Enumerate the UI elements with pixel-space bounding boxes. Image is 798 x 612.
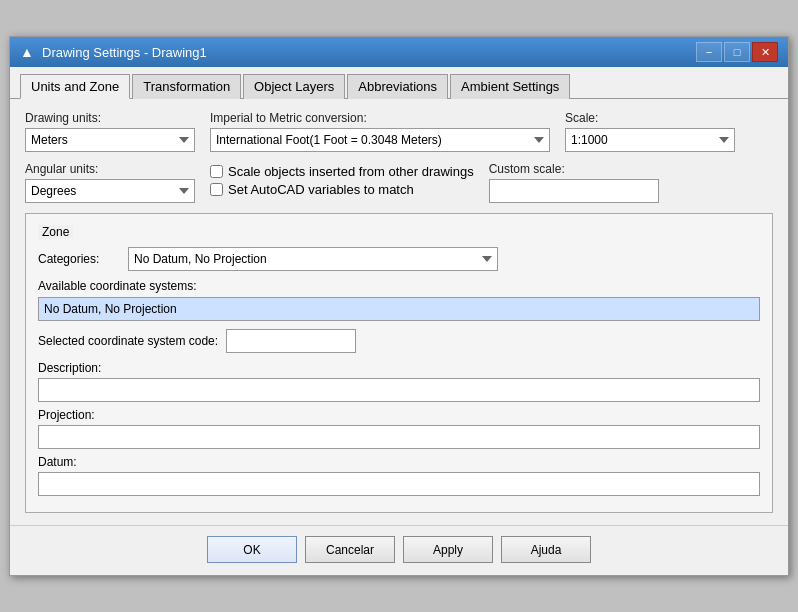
categories-select[interactable]: No Datum, No Projection <box>128 247 498 271</box>
scale-objects-label: Scale objects inserted from other drawin… <box>228 164 474 179</box>
zone-title: Zone <box>38 225 73 239</box>
categories-label: Categories: <box>38 252 118 266</box>
help-button[interactable]: Ajuda <box>501 536 591 563</box>
selected-code-input[interactable]: . <box>226 329 356 353</box>
tab-object-layers[interactable]: Object Layers <box>243 74 345 99</box>
app-icon: ▲ <box>20 44 36 60</box>
scale-label: Scale: <box>565 111 735 125</box>
description-section: Description: No Datum, No Projection <box>38 361 760 402</box>
ok-button[interactable]: OK <box>207 536 297 563</box>
imperial-conversion-select[interactable]: International Foot(1 Foot = 0.3048 Meter… <box>210 128 550 152</box>
set-autocad-label: Set AutoCAD variables to match <box>228 182 414 197</box>
checkbox-group: Scale objects inserted from other drawin… <box>210 164 474 197</box>
title-bar-left: ▲ Drawing Settings - Drawing1 <box>20 44 207 60</box>
custom-scale-input[interactable]: 1000 <box>489 179 659 203</box>
bottom-buttons: OK Cancelar Apply Ajuda <box>10 525 788 575</box>
set-autocad-checkbox[interactable] <box>210 183 223 196</box>
drawing-units-select[interactable]: Meters <box>25 128 195 152</box>
angular-units-label: Angular units: <box>25 162 195 176</box>
projection-input[interactable]: Unknown projection <box>38 425 760 449</box>
tab-bar: Units and Zone Transformation Object Lay… <box>10 67 788 99</box>
datum-label: Datum: <box>38 455 760 469</box>
tab-content: Drawing units: Meters Imperial to Metric… <box>10 99 788 525</box>
scale-objects-checkbox[interactable] <box>210 165 223 178</box>
main-window: ▲ Drawing Settings - Drawing1 − □ ✕ Unit… <box>9 36 789 576</box>
selected-code-label: Selected coordinate system code: <box>38 334 218 348</box>
selected-code-row: Selected coordinate system code: . <box>38 329 760 353</box>
description-label: Description: <box>38 361 760 375</box>
tab-ambient-settings[interactable]: Ambient Settings <box>450 74 570 99</box>
apply-button[interactable]: Apply <box>403 536 493 563</box>
custom-scale-group: Custom scale: 1000 <box>489 162 659 203</box>
set-autocad-checkbox-item: Set AutoCAD variables to match <box>210 182 474 197</box>
categories-row: Categories: No Datum, No Projection <box>38 247 760 271</box>
angular-units-select[interactable]: Degrees <box>25 179 195 203</box>
minimize-button[interactable]: − <box>696 42 722 62</box>
tab-abbreviations[interactable]: Abbreviations <box>347 74 448 99</box>
tab-units-and-zone[interactable]: Units and Zone <box>20 74 130 99</box>
zone-section: Zone Categories: No Datum, No Projection… <box>25 213 773 513</box>
title-bar: ▲ Drawing Settings - Drawing1 − □ ✕ <box>10 37 788 67</box>
scale-select[interactable]: 1:1000 <box>565 128 735 152</box>
cancel-button[interactable]: Cancelar <box>305 536 395 563</box>
close-button[interactable]: ✕ <box>752 42 778 62</box>
custom-scale-label: Custom scale: <box>489 162 659 176</box>
description-input[interactable]: No Datum, No Projection <box>38 378 760 402</box>
title-bar-buttons: − □ ✕ <box>696 42 778 62</box>
tab-transformation[interactable]: Transformation <box>132 74 241 99</box>
imperial-conversion-label: Imperial to Metric conversion: <box>210 111 550 125</box>
datum-section: Datum: Unknown Datum <box>38 455 760 496</box>
drawing-units-group: Drawing units: Meters <box>25 111 195 152</box>
imperial-conversion-group: Imperial to Metric conversion: Internati… <box>210 111 550 152</box>
projection-label: Projection: <box>38 408 760 422</box>
angular-units-group: Angular units: Degrees <box>25 162 195 203</box>
available-coord-label: Available coordinate systems: <box>38 279 760 293</box>
row-units: Drawing units: Meters Imperial to Metric… <box>25 111 773 152</box>
restore-button[interactable]: □ <box>724 42 750 62</box>
datum-input[interactable]: Unknown Datum <box>38 472 760 496</box>
scale-objects-checkbox-item: Scale objects inserted from other drawin… <box>210 164 474 179</box>
row-angular: Angular units: Degrees Scale objects ins… <box>25 162 773 203</box>
window-title: Drawing Settings - Drawing1 <box>42 45 207 60</box>
drawing-units-label: Drawing units: <box>25 111 195 125</box>
available-coord-select[interactable]: No Datum, No Projection <box>38 297 760 321</box>
projection-section: Projection: Unknown projection <box>38 408 760 449</box>
scale-group: Scale: 1:1000 <box>565 111 735 152</box>
